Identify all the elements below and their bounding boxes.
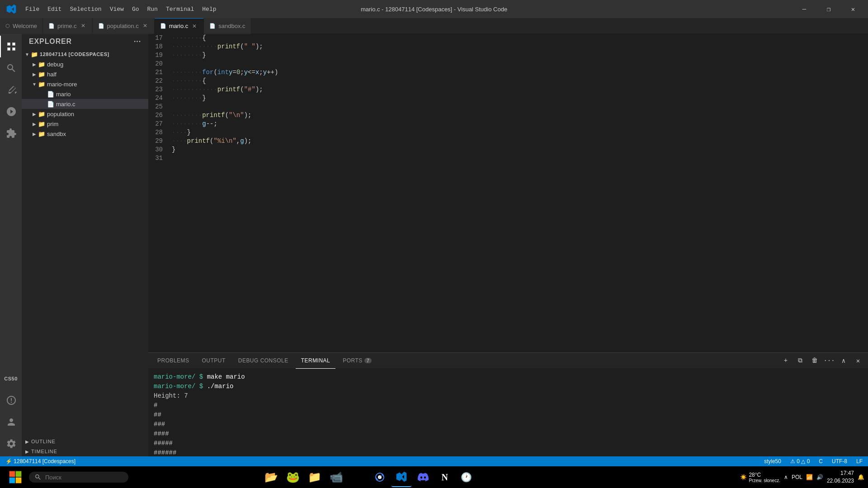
- tab-prime[interactable]: 📄 prime.c ✕: [43, 18, 93, 34]
- window-controls[interactable]: — ❐ ✕: [794, 2, 863, 16]
- encoding-status[interactable]: UTF-8: [830, 458, 849, 465]
- tab-population[interactable]: 📄 population.c ✕: [93, 18, 155, 34]
- errors-status[interactable]: ⚠ 0 △ 0: [788, 458, 811, 465]
- sidebar-item-half[interactable]: ▶ 📁 half: [22, 69, 148, 79]
- sidebar-item-prim[interactable]: ▶ 📁 prim: [22, 119, 148, 129]
- activity-explorer[interactable]: [0, 36, 22, 57]
- taskbar-app-game[interactable]: 🐸: [283, 467, 303, 487]
- weather-temp: 28°C: [749, 472, 780, 478]
- time-display: 17:47: [827, 469, 854, 477]
- taskbar-app-folder[interactable]: 🗂: [348, 467, 368, 487]
- code-content[interactable]: ········{············printf(" ");·······…: [166, 34, 868, 352]
- split-terminal-button[interactable]: ⧉: [794, 354, 807, 367]
- menu-edit[interactable]: Edit: [44, 4, 65, 14]
- tab-output[interactable]: Output: [197, 353, 231, 369]
- activity-cs50[interactable]: CS50: [0, 368, 22, 389]
- menu-selection[interactable]: Selection: [66, 4, 105, 14]
- activity-settings[interactable]: [0, 433, 22, 455]
- code-line-20: [172, 60, 868, 68]
- kill-terminal-button[interactable]: 🗑: [808, 354, 821, 367]
- tab-ports[interactable]: Ports 7: [337, 353, 377, 369]
- windows-start-button[interactable]: [4, 466, 27, 488]
- sidebar-item-debug[interactable]: ▶ 📁 debug: [22, 59, 148, 69]
- tab-sandbox[interactable]: 📄 sandbox.c: [204, 18, 251, 34]
- activity-extensions[interactable]: [0, 122, 22, 144]
- terminal-line-1: mario-more/ $ make mario: [154, 372, 863, 382]
- activity-account[interactable]: [0, 411, 22, 433]
- taskbar-app-notion[interactable]: N: [435, 467, 455, 487]
- tab-mario[interactable]: 📄 mario.c ✕: [155, 18, 204, 34]
- lang-indicator[interactable]: POL: [792, 474, 802, 480]
- new-terminal-button[interactable]: +: [779, 354, 792, 367]
- menu-bar[interactable]: File Edit Selection View Go Run Terminal…: [22, 4, 220, 14]
- population-tab-close[interactable]: ✕: [142, 22, 149, 29]
- menu-view[interactable]: View: [106, 4, 127, 14]
- prim-label: prim: [47, 121, 58, 127]
- tab-debug-console[interactable]: Debug Console: [233, 353, 294, 369]
- sys-chevron-up[interactable]: ∧: [784, 474, 788, 480]
- menu-file[interactable]: File: [22, 4, 43, 14]
- population-folder-icon: 📁: [38, 111, 45, 117]
- prime-tab-close[interactable]: ✕: [80, 22, 87, 29]
- tab-terminal[interactable]: Terminal: [296, 353, 336, 369]
- tab-problems[interactable]: Problems: [152, 353, 195, 369]
- terminal-content[interactable]: mario-more/ $ make mario mario-more/ $ .…: [148, 369, 868, 456]
- minimize-button[interactable]: —: [794, 2, 815, 16]
- style50-status[interactable]: style50: [762, 458, 783, 465]
- tree-root[interactable]: ▼ 📁 128047114 [CODESPACES]: [22, 49, 148, 59]
- taskbar-search[interactable]: [29, 472, 128, 483]
- activity-run[interactable]: [0, 101, 22, 122]
- taskbar-app-chrome[interactable]: [370, 467, 390, 487]
- sidebar-item-population[interactable]: ▶ 📁 population: [22, 109, 148, 119]
- activity-bar: CS50: [0, 34, 22, 456]
- taskbar-time[interactable]: 17:47 22.06.2023: [827, 469, 854, 485]
- close-button[interactable]: ✕: [843, 2, 863, 16]
- codespaces-status[interactable]: ⚡ 128047114 [Codespaces]: [4, 458, 77, 465]
- mario-more-chevron: ▼: [31, 82, 38, 87]
- taskbar-weather[interactable]: ☀️ 28°C Przew. słonecz.: [740, 472, 780, 483]
- menu-help[interactable]: Help: [198, 4, 220, 14]
- sidebar-item-mario-file[interactable]: ▶ 📄 mario: [22, 89, 148, 99]
- volume-icon[interactable]: 🔊: [816, 474, 823, 480]
- menu-go[interactable]: Go: [128, 4, 143, 14]
- taskbar-app-clock[interactable]: 🕐: [457, 467, 476, 487]
- statusbar-left: ⚡ 128047114 [Codespaces]: [4, 458, 77, 465]
- code-line-29: ····printf("%i\n", g);: [172, 137, 868, 145]
- code-line-22: ········{: [172, 77, 868, 85]
- taskbar-app-vscode[interactable]: [392, 467, 411, 487]
- lang-status[interactable]: C: [817, 458, 825, 465]
- maximize-button[interactable]: ❐: [818, 2, 839, 16]
- taskbar-app-explorer[interactable]: 📂: [261, 467, 281, 487]
- line-ending-status[interactable]: LF: [854, 458, 864, 465]
- terminal-line-5: ##: [154, 410, 863, 420]
- activity-remote[interactable]: [0, 389, 22, 411]
- close-panel-button[interactable]: ✕: [852, 354, 864, 367]
- taskbar-app-discord[interactable]: [413, 467, 433, 487]
- mario-file-label: mario: [56, 91, 71, 98]
- more-actions-button[interactable]: ···: [823, 354, 835, 367]
- sidebar-item-mario-c[interactable]: ▶ 📄 mario.c: [22, 99, 148, 109]
- tab-welcome[interactable]: ⬡ Welcome: [0, 18, 43, 34]
- activity-source-control[interactable]: [0, 79, 22, 101]
- search-input[interactable]: [45, 474, 118, 481]
- svg-rect-0: [9, 471, 15, 477]
- taskbar-app-files[interactable]: 📁: [305, 467, 325, 487]
- sidebar: Explorer ··· ▼ 📁 128047114 [CODESPACES] …: [22, 34, 148, 456]
- explorer-label: Explorer: [29, 38, 72, 46]
- timeline-header[interactable]: ▶ Timeline: [22, 446, 148, 456]
- mario-tab-close[interactable]: ✕: [191, 23, 198, 30]
- sidebar-more-button[interactable]: ···: [134, 38, 141, 46]
- notifications-button[interactable]: 🔔: [858, 474, 864, 480]
- population-label: population: [47, 111, 74, 117]
- code-editor[interactable]: 17 18 19 20 21 22 23 24 25 26 27 28 29 3…: [148, 34, 868, 352]
- sidebar-item-sandbx[interactable]: ▶ 📁 sandbx: [22, 129, 148, 139]
- menu-terminal[interactable]: Terminal: [162, 4, 198, 14]
- maximize-panel-button[interactable]: ∧: [837, 354, 850, 367]
- menu-run[interactable]: Run: [143, 4, 161, 14]
- sidebar-item-mario-more[interactable]: ▼ 📁 mario-more: [22, 79, 148, 89]
- outline-chevron: ▶: [25, 439, 29, 444]
- outline-header[interactable]: ▶ Outline: [22, 436, 148, 446]
- sidebar-header: Explorer ···: [22, 34, 148, 49]
- activity-search[interactable]: [0, 57, 22, 79]
- taskbar-app-meet[interactable]: 📹: [326, 467, 346, 487]
